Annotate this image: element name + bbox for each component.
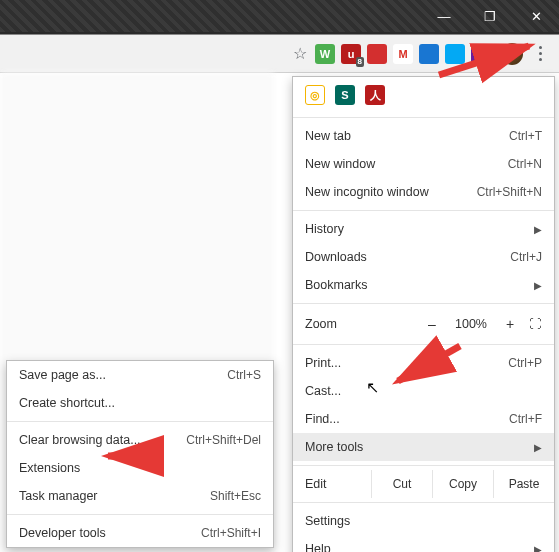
submenu-arrow-icon: ▶ [534, 442, 542, 453]
menu-item-create-shortcut[interactable]: Create shortcut... [7, 389, 273, 417]
zoom-label: Zoom [305, 317, 413, 331]
menu-item-label: New tab [305, 129, 509, 143]
menu-item-developer-tools[interactable]: Developer toolsCtrl+Shift+I [7, 519, 273, 547]
cut-button[interactable]: Cut [371, 470, 432, 498]
menu-item-find[interactable]: Find...Ctrl+F [293, 405, 554, 433]
menu-item-label: Extensions [19, 461, 261, 475]
menu-item-label: More tools [305, 440, 526, 454]
menu-item-label: Print... [305, 356, 508, 370]
menu-item-label: Help [305, 542, 526, 552]
menu-item-save-page-as[interactable]: Save page as...Ctrl+S [7, 361, 273, 389]
menu-item-label: Downloads [305, 250, 510, 264]
menu-shortcut: Shift+Esc [210, 489, 261, 503]
menu-item-settings[interactable]: Settings [293, 507, 554, 535]
menu-separator [7, 421, 273, 422]
chrome-main-menu: ◎S人 New tabCtrl+TNew windowCtrl+NNew inc… [292, 76, 555, 552]
menu-extension-icons: ◎S人 [293, 77, 554, 113]
menu-separator [7, 514, 273, 515]
menu-separator [293, 117, 554, 118]
extension-badge: 8 [356, 57, 364, 67]
edit-label: Edit [293, 470, 371, 498]
menu-item-label: New incognito window [305, 185, 477, 199]
menu-item-label: Settings [305, 514, 542, 528]
menu-separator [293, 303, 554, 304]
extension-icon-1[interactable]: u8 [341, 44, 361, 64]
zoom-in-button[interactable]: + [499, 316, 521, 332]
kebab-menu-button[interactable] [527, 41, 553, 67]
menu-separator [293, 465, 554, 466]
menu-extension-icon-1[interactable]: S [335, 85, 355, 105]
extension-icon-6[interactable] [471, 44, 491, 64]
menu-item-help[interactable]: Help▶ [293, 535, 554, 552]
edit-row: Edit Cut Copy Paste [293, 470, 554, 498]
cursor-icon: ↖ [366, 378, 379, 397]
menu-shortcut: Ctrl+Shift+I [201, 526, 261, 540]
menu-item-label: Save page as... [19, 368, 227, 382]
copy-button[interactable]: Copy [432, 470, 493, 498]
menu-shortcut: Ctrl+Shift+N [477, 185, 542, 199]
menu-extension-icon-2[interactable]: 人 [365, 85, 385, 105]
maximize-button[interactable]: ❐ [467, 0, 513, 32]
menu-item-downloads[interactable]: DownloadsCtrl+J [293, 243, 554, 271]
menu-item-label: Cast... [305, 384, 542, 398]
paste-button[interactable]: Paste [493, 470, 554, 498]
menu-item-new-window[interactable]: New windowCtrl+N [293, 150, 554, 178]
menu-separator [293, 344, 554, 345]
minimize-button[interactable]: — [421, 0, 467, 32]
menu-item-cast[interactable]: Cast... [293, 377, 554, 405]
menu-item-label: Developer tools [19, 526, 201, 540]
menu-item-bookmarks[interactable]: Bookmarks▶ [293, 271, 554, 299]
fullscreen-button[interactable]: ⛶ [529, 317, 542, 331]
menu-item-label: Find... [305, 412, 509, 426]
extension-icon-0[interactable]: W [315, 44, 335, 64]
menu-item-new-tab[interactable]: New tabCtrl+T [293, 122, 554, 150]
menu-item-print[interactable]: Print...Ctrl+P [293, 349, 554, 377]
extension-icon-3[interactable]: M [393, 44, 413, 64]
window-titlebar: — ❐ ✕ [0, 0, 559, 32]
menu-shortcut: Ctrl+N [508, 157, 542, 171]
menu-item-new-incognito-window[interactable]: New incognito windowCtrl+Shift+N [293, 178, 554, 206]
profile-avatar[interactable] [501, 43, 523, 65]
menu-item-history[interactable]: History▶ [293, 215, 554, 243]
menu-shortcut: Ctrl+P [508, 356, 542, 370]
menu-item-label: Create shortcut... [19, 396, 261, 410]
menu-shortcut: Ctrl+F [509, 412, 542, 426]
zoom-value: 100% [451, 317, 491, 331]
extension-icon-5[interactable] [445, 44, 465, 64]
menu-shortcut: Ctrl+Shift+Del [186, 433, 261, 447]
submenu-arrow-icon: ▶ [534, 544, 542, 553]
menu-shortcut: Ctrl+T [509, 129, 542, 143]
menu-item-label: Bookmarks [305, 278, 526, 292]
extension-icon-4[interactable] [419, 44, 439, 64]
menu-extension-icon-0[interactable]: ◎ [305, 85, 325, 105]
submenu-arrow-icon: ▶ [534, 280, 542, 291]
zoom-out-button[interactable]: – [421, 316, 443, 332]
bookmark-star-icon[interactable]: ☆ [293, 44, 307, 63]
menu-item-label: Clear browsing data... [19, 433, 186, 447]
menu-shortcut: Ctrl+J [510, 250, 542, 264]
menu-shortcut: Ctrl+S [227, 368, 261, 382]
menu-separator [293, 502, 554, 503]
more-tools-submenu: Save page as...Ctrl+SCreate shortcut... … [6, 360, 274, 548]
menu-item-task-manager[interactable]: Task managerShift+Esc [7, 482, 273, 510]
extension-icon-2[interactable] [367, 44, 387, 64]
close-button[interactable]: ✕ [513, 0, 559, 32]
browser-toolbar: ☆ Wu8M [0, 35, 559, 73]
submenu-arrow-icon: ▶ [534, 224, 542, 235]
menu-item-label: Task manager [19, 489, 210, 503]
extension-icons-tray: Wu8M [315, 44, 491, 64]
menu-item-more-tools[interactable]: More tools▶ [293, 433, 554, 461]
menu-item-clear-browsing-data[interactable]: Clear browsing data...Ctrl+Shift+Del [7, 426, 273, 454]
menu-separator [293, 210, 554, 211]
menu-item-extensions[interactable]: Extensions [7, 454, 273, 482]
zoom-row: Zoom – 100% + ⛶ [293, 308, 554, 340]
menu-item-label: History [305, 222, 526, 236]
menu-item-label: New window [305, 157, 508, 171]
